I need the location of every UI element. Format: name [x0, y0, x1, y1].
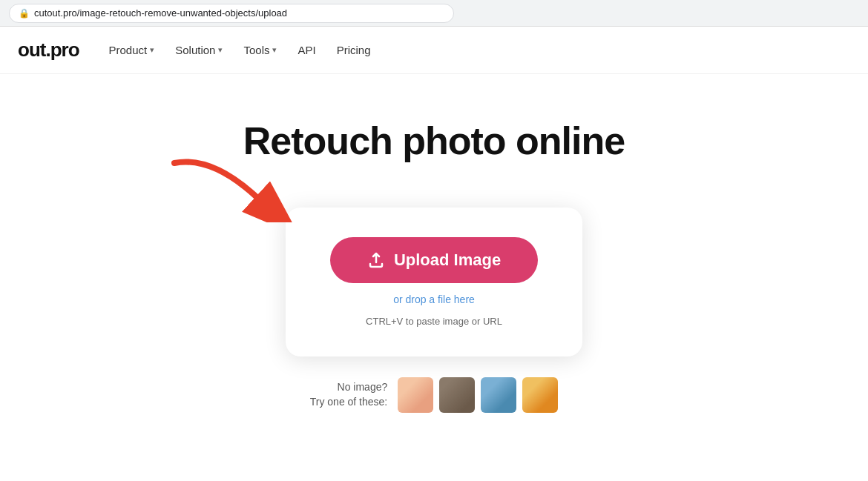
- sample-image-2[interactable]: [439, 377, 475, 413]
- nav-item-solution[interactable]: Solution ▾: [175, 44, 223, 56]
- upload-card: Upload Image or drop a file here CTRL+V …: [286, 208, 582, 356]
- upload-image-button[interactable]: Upload Image: [330, 237, 538, 283]
- nav-link-product[interactable]: Product ▾: [109, 44, 155, 56]
- drop-text: or drop a file here: [393, 293, 475, 305]
- chevron-down-icon: ▾: [272, 45, 277, 55]
- logo[interactable]: out.pro: [18, 39, 79, 62]
- lock-icon: 🔒: [19, 8, 30, 19]
- address-bar[interactable]: 🔒 cutout.pro/image-retouch-remove-unwant…: [9, 4, 454, 23]
- paste-text: CTRL+V to paste image or URL: [366, 316, 502, 327]
- arrow-decoration: [152, 148, 300, 222]
- upload-icon: [367, 251, 385, 269]
- chevron-down-icon: ▾: [218, 45, 223, 55]
- nav-link-api[interactable]: API: [297, 44, 315, 56]
- arrow-icon: [152, 148, 300, 222]
- sample-image-4[interactable]: [522, 377, 558, 413]
- sample-image-1[interactable]: [398, 377, 433, 413]
- navbar: out.pro Product ▾ Solution ▾ Tools ▾ API: [0, 27, 868, 74]
- chevron-down-icon: ▾: [150, 45, 154, 55]
- nav-item-tools[interactable]: Tools ▾: [243, 44, 277, 56]
- nav-link-tools[interactable]: Tools ▾: [243, 44, 277, 56]
- browser-bar: 🔒 cutout.pro/image-retouch-remove-unwant…: [0, 0, 868, 27]
- nav-links: Product ▾ Solution ▾ Tools ▾ API Pricing: [109, 44, 371, 56]
- url-text: cutout.pro/image-retouch-remove-unwanted…: [34, 7, 287, 19]
- sample-image-3[interactable]: [481, 377, 516, 413]
- page-title: Retouch photo online: [243, 119, 625, 163]
- sample-images-row: [398, 377, 558, 413]
- nav-link-solution[interactable]: Solution ▾: [175, 44, 223, 56]
- sample-section: No image? Try one of these:: [310, 377, 559, 413]
- main-content: Retouch photo online Upload Image: [0, 74, 868, 413]
- nav-item-pricing[interactable]: Pricing: [337, 44, 371, 56]
- nav-item-product[interactable]: Product ▾: [109, 44, 155, 56]
- nav-link-pricing[interactable]: Pricing: [337, 44, 371, 56]
- no-image-label: No image? Try one of these:: [310, 380, 388, 409]
- nav-item-api[interactable]: API: [297, 44, 315, 56]
- upload-section: Upload Image or drop a file here CTRL+V …: [286, 208, 582, 413]
